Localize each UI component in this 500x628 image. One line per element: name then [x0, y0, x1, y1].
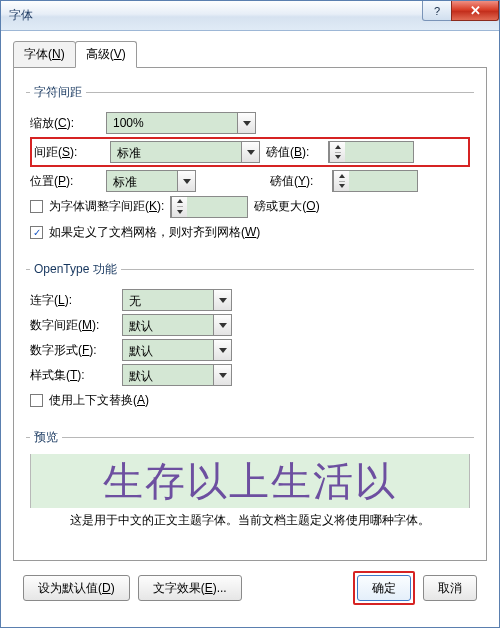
advanced-panel: 字符间距 缩放(C): 100% 间距(S): 标准	[13, 67, 487, 561]
font-dialog: 字体 ? ✕ 字体(N) 高级(V) 字符间距 缩放(C): 100%	[0, 0, 500, 628]
group-preview: 预览 生存以上生活以 这是用于中文的正文主题字体。当前文档主题定义将使用哪种字体…	[26, 429, 474, 529]
combo-styleset[interactable]: 默认	[122, 364, 232, 386]
group-opentype: OpenType 功能 连字(L): 无 数字间距(M): 默认 数字形式(F)…	[26, 261, 474, 419]
spin-pt[interactable]	[328, 141, 414, 163]
chevron-down-icon[interactable]	[213, 340, 231, 360]
combo-position[interactable]: 标准	[106, 170, 196, 192]
ok-button[interactable]: 确定	[357, 575, 411, 601]
combo-numform[interactable]: 默认	[122, 339, 232, 361]
check-kerning[interactable]: 为字体调整字间距(K):	[30, 198, 164, 215]
label-pt: 磅值(B):	[266, 144, 322, 161]
tab-font[interactable]: 字体(N)	[13, 41, 76, 68]
row-position: 位置(P): 标准 磅值(Y):	[30, 170, 470, 192]
chevron-down-icon[interactable]	[213, 365, 231, 385]
close-button[interactable]: ✕	[451, 1, 499, 21]
checkbox-icon: ✓	[30, 226, 43, 239]
chevron-up-icon[interactable]	[335, 142, 341, 153]
chevron-down-icon[interactable]	[213, 290, 231, 310]
combo-numspacing[interactable]: 默认	[122, 314, 232, 336]
chevron-down-icon[interactable]	[237, 113, 255, 133]
label-pt2: 磅值(Y):	[270, 173, 326, 190]
chevron-down-icon[interactable]	[213, 315, 231, 335]
combo-scale-value: 100%	[107, 113, 237, 133]
label-liga: 连字(L):	[30, 292, 116, 309]
row-spacing-highlight: 间距(S): 标准 磅值(B):	[30, 137, 470, 167]
combo-spacing-value: 标准	[111, 142, 241, 162]
combo-spacing[interactable]: 标准	[110, 141, 260, 163]
legend-preview: 预览	[30, 429, 62, 446]
titlebar[interactable]: 字体 ? ✕	[1, 1, 499, 31]
spin-kerning[interactable]	[170, 196, 248, 218]
tab-bar: 字体(N) 高级(V)	[13, 41, 487, 68]
checkbox-icon	[30, 200, 43, 213]
chevron-down-icon[interactable]	[177, 171, 195, 191]
preview-sample: 生存以上生活以	[30, 454, 470, 508]
ok-highlight: 确定	[353, 571, 415, 605]
dialog-content: 字体(N) 高级(V) 字符间距 缩放(C): 100% 间距(S):	[1, 31, 499, 627]
combo-position-value: 标准	[107, 171, 177, 191]
set-default-button[interactable]: 设为默认值(D)	[23, 575, 130, 601]
label-kerning-unit: 磅或更大(O)	[254, 198, 319, 215]
chevron-up-icon[interactable]	[339, 171, 345, 182]
dialog-footer: 设为默认值(D) 文字效果(E)... 确定 取消	[13, 561, 487, 617]
chevron-down-icon[interactable]	[177, 207, 183, 217]
group-char-spacing: 字符间距 缩放(C): 100% 间距(S): 标准	[26, 84, 474, 251]
checkbox-icon	[30, 394, 43, 407]
text-effects-button[interactable]: 文字效果(E)...	[138, 575, 242, 601]
combo-liga[interactable]: 无	[122, 289, 232, 311]
label-position: 位置(P):	[30, 173, 100, 190]
chevron-down-icon[interactable]	[339, 182, 345, 192]
legend-opentype: OpenType 功能	[30, 261, 121, 278]
combo-scale[interactable]: 100%	[106, 112, 256, 134]
window-buttons: ? ✕	[423, 1, 499, 30]
cancel-button[interactable]: 取消	[423, 575, 477, 601]
row-scale: 缩放(C): 100%	[30, 112, 470, 134]
chevron-down-icon[interactable]	[335, 153, 341, 163]
help-button[interactable]: ?	[422, 1, 452, 21]
row-kerning: 为字体调整字间距(K): 磅或更大(O)	[30, 195, 470, 218]
label-styleset: 样式集(T):	[30, 367, 116, 384]
window-title: 字体	[9, 7, 423, 24]
spin-pt2[interactable]	[332, 170, 418, 192]
tab-advanced[interactable]: 高级(V)	[75, 41, 137, 68]
check-contextual[interactable]: 使用上下文替换(A)	[30, 392, 149, 409]
label-numform: 数字形式(F):	[30, 342, 116, 359]
chevron-up-icon[interactable]	[177, 197, 183, 208]
row-grid: ✓ 如果定义了文档网格，则对齐到网格(W)	[30, 221, 470, 244]
label-scale: 缩放(C):	[30, 115, 100, 132]
preview-desc: 这是用于中文的正文主题字体。当前文档主题定义将使用哪种字体。	[30, 512, 470, 529]
label-spacing: 间距(S):	[34, 144, 104, 161]
check-grid[interactable]: ✓ 如果定义了文档网格，则对齐到网格(W)	[30, 224, 260, 241]
legend-char-spacing: 字符间距	[30, 84, 86, 101]
label-numspacing: 数字间距(M):	[30, 317, 116, 334]
chevron-down-icon[interactable]	[241, 142, 259, 162]
